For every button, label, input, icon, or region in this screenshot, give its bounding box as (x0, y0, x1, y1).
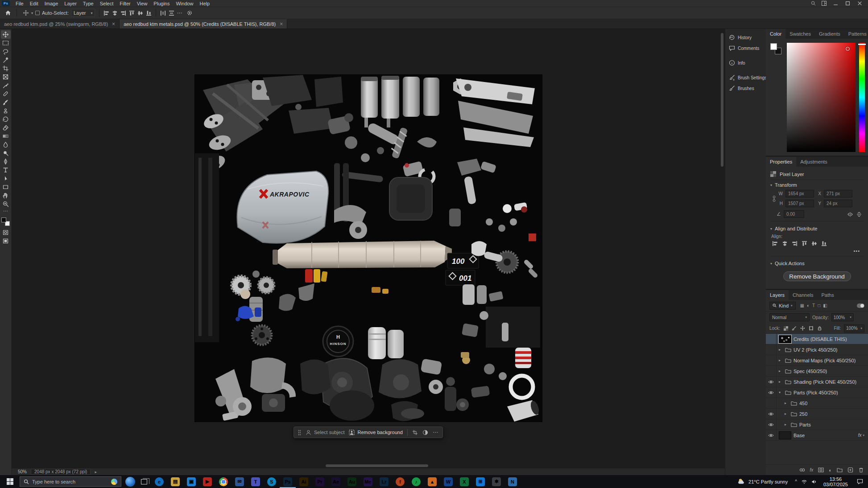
zoom-level[interactable]: 50% (18, 469, 27, 474)
visibility-toggle[interactable] (766, 419, 777, 430)
add-mask-icon[interactable] (818, 467, 824, 473)
group-expand-chevron[interactable] (785, 422, 789, 426)
taskbar-app-spotify[interactable]: ♪ (408, 475, 424, 488)
link-layers-icon[interactable] (799, 467, 805, 473)
align-top-icon[interactable] (802, 241, 807, 246)
panel-tab[interactable]: Adjustments (796, 157, 831, 167)
frame-tool[interactable] (1, 73, 11, 81)
distribute-vertical-icon[interactable] (169, 10, 174, 16)
group-expand-chevron[interactable] (785, 412, 789, 416)
eraser-tool[interactable] (1, 123, 11, 132)
layer-row[interactable]: Normal Maps (Pick 450/250) fx▾ (766, 355, 868, 366)
color-swatches[interactable] (1, 217, 10, 226)
layer-row[interactable]: UV 2 (Pick 450/250) fx▾ (766, 344, 868, 355)
align-middle-vertical-icon[interactable] (811, 241, 817, 246)
layer-style-icon[interactable]: fx (810, 467, 814, 472)
brush-tool[interactable] (1, 98, 11, 107)
restore-button[interactable] (844, 1, 851, 6)
eyedropper-tool[interactable] (1, 81, 11, 90)
menu-item[interactable]: Plugins (150, 0, 173, 7)
taskbar-app-audition[interactable]: Au (344, 475, 360, 488)
quick-actions-header[interactable]: ▾ Quick Actions (770, 258, 864, 268)
taskbar-app-media-encoder[interactable]: Me (360, 475, 376, 488)
menu-item[interactable]: Select (97, 0, 117, 7)
search-input[interactable] (32, 479, 108, 484)
drag-handle[interactable] (298, 430, 301, 435)
taskbar-app-firefox[interactable]: f (392, 475, 408, 488)
move-tool-icon[interactable] (21, 8, 30, 18)
type-tool[interactable] (1, 166, 11, 174)
blur-tool[interactable] (1, 140, 11, 149)
menu-item[interactable]: Help (197, 0, 213, 7)
select-subject-button[interactable]: Select subject (306, 430, 344, 435)
quick-mask-icon[interactable] (1, 228, 11, 237)
document-tab[interactable]: aeo redbud ktm.psd @ 25% (swingarm, RGB/… (0, 19, 120, 29)
menu-item[interactable]: Image (41, 0, 62, 7)
layer-thumbnail[interactable] (779, 335, 791, 343)
marquee-tool[interactable] (1, 39, 11, 47)
group-expand-chevron[interactable] (779, 369, 783, 373)
taskbar-app-teams[interactable]: T (248, 475, 264, 488)
align-bottom-icon[interactable] (146, 10, 152, 16)
align-bottom-icon[interactable] (821, 241, 827, 246)
width-field[interactable]: 1654 px (785, 190, 814, 197)
panel-button-brushes[interactable]: Brushes (725, 83, 766, 94)
edit-toolbar-icon[interactable]: ⋯ (3, 208, 8, 214)
link-dimensions-icon[interactable] (771, 190, 777, 207)
foreground-color-swatch[interactable] (1, 217, 6, 222)
taskbar-app-mail[interactable]: ✉ (231, 475, 248, 488)
workspace-icon[interactable] (822, 1, 827, 6)
lock-transparency-icon[interactable] (783, 326, 789, 331)
visibility-toggle[interactable] (766, 344, 777, 355)
taskbar-app-premiere[interactable]: Pr (312, 475, 328, 488)
panel-tab[interactable]: Swatches (785, 29, 815, 39)
tool-preset-caret-icon[interactable]: ▾ (31, 11, 33, 15)
auto-select-checkbox[interactable] (35, 11, 40, 15)
menu-item[interactable]: Layer (61, 0, 80, 7)
align-middle-vertical-icon[interactable] (137, 10, 143, 16)
layer-row[interactable]: Credits (DISABLE THIS) fx▾ (766, 334, 868, 344)
filter-pixel-layers-icon[interactable]: ▦ (800, 303, 804, 308)
align-top-icon[interactable] (129, 10, 135, 16)
dodge-tool[interactable] (1, 149, 11, 157)
texture-atlas-image[interactable]: AKRAPOVIC 100 (195, 75, 542, 422)
group-expand-chevron[interactable] (779, 348, 783, 352)
align-center-horizontal-icon[interactable] (112, 10, 118, 16)
tab-close-icon[interactable]: × (112, 22, 115, 26)
history-brush-tool[interactable] (1, 115, 11, 123)
lock-all-icon[interactable] (817, 326, 823, 331)
taskbar-app-excel[interactable]: X (456, 475, 472, 488)
rectangle-shape-tool[interactable] (1, 183, 11, 191)
align-left-icon[interactable] (772, 241, 778, 246)
hue-slider[interactable] (859, 43, 865, 152)
layer-filter-kind-dropdown[interactable]: Kind ▾ (769, 302, 796, 310)
align-right-icon[interactable] (120, 10, 126, 16)
hue-slider-marker[interactable] (858, 44, 866, 45)
flip-horizontal-icon[interactable] (847, 212, 853, 217)
taskbar-app-photos[interactable]: ▣ (183, 475, 199, 488)
taskbar-weather[interactable]: 21°C Partly sunny (733, 478, 792, 485)
blend-mode-dropdown[interactable]: Normal▾ (769, 313, 810, 321)
rotation-field[interactable]: 0.00 (784, 210, 804, 218)
menu-item[interactable]: Filter (116, 0, 133, 7)
height-field[interactable]: 1507 px (785, 200, 814, 207)
move-tool[interactable] (1, 30, 11, 39)
menu-item[interactable]: Type (80, 0, 97, 7)
align-left-icon[interactable] (103, 10, 109, 16)
cortana-icon[interactable] (125, 477, 135, 487)
y-position-field[interactable]: 24 px (824, 200, 852, 207)
saturation-brightness-field[interactable] (787, 43, 856, 152)
layer-row[interactable]: Parts (Pick 450/250) fx▾ (766, 387, 868, 398)
group-expand-chevron[interactable] (785, 401, 789, 405)
color-field-marker[interactable] (846, 47, 850, 51)
layer-row[interactable]: Base fx▾ (766, 430, 868, 441)
group-expand-chevron[interactable] (779, 380, 783, 384)
panel-tab[interactable]: Properties (766, 157, 796, 167)
foreground-color-chip[interactable] (770, 43, 777, 50)
crop-action-icon[interactable] (412, 430, 418, 435)
menu-item[interactable]: View (134, 0, 151, 7)
taskbar-app-lightroom[interactable]: Lr (376, 475, 392, 488)
menu-item[interactable]: Edit (27, 0, 41, 7)
menu-item[interactable]: Window (173, 0, 196, 7)
filter-adjustment-layers-icon[interactable]: ◐ (807, 303, 810, 308)
